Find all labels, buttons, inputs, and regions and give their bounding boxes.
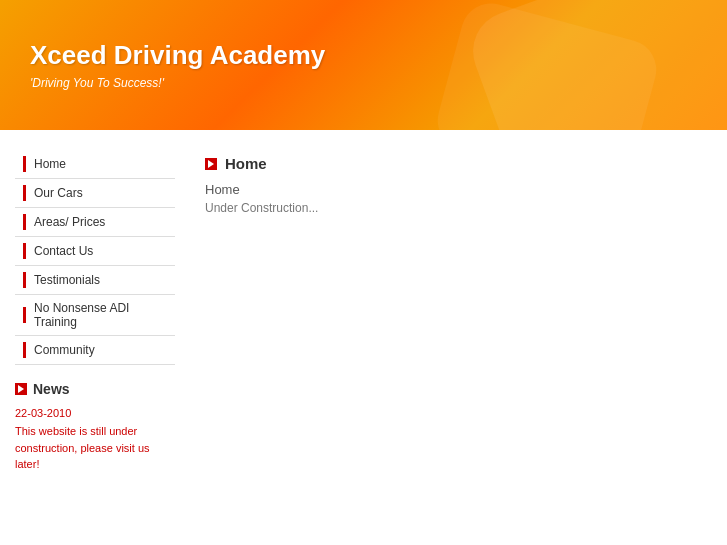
- nav-bar-icon: [23, 272, 26, 288]
- sidebar-item-label: Our Cars: [34, 186, 83, 200]
- sidebar-item-label: Testimonials: [34, 273, 100, 287]
- site-header: Xceed Driving Academy 'Driving You To Su…: [0, 0, 727, 130]
- nav-bar-icon: [23, 185, 26, 201]
- site-title: Xceed Driving Academy: [30, 40, 697, 71]
- nav-bar-icon: [23, 214, 26, 230]
- sidebar-item-label: Contact Us: [34, 244, 93, 258]
- main-content: Home Home Under Construction...: [195, 150, 712, 473]
- sidebar-item-community[interactable]: Community: [15, 336, 175, 365]
- sidebar-item-home[interactable]: Home: [15, 150, 175, 179]
- sidebar-item-contact-us[interactable]: Contact Us: [15, 237, 175, 266]
- main-heading: Home: [205, 155, 702, 172]
- sidebar-item-label: Home: [34, 157, 66, 171]
- sidebar-item-label: Community: [34, 343, 95, 357]
- content-area: Home Our Cars Areas/ Prices Contact Us T…: [0, 130, 727, 493]
- nav-bar-icon: [23, 156, 26, 172]
- nav-bar-icon: [23, 307, 26, 323]
- news-section-heading: News: [15, 381, 175, 397]
- main-body: Under Construction...: [205, 201, 702, 215]
- news-text: This website is still under construction…: [15, 423, 175, 473]
- sidebar-item-testimonials[interactable]: Testimonials: [15, 266, 175, 295]
- site-tagline: 'Driving You To Success!': [30, 76, 697, 90]
- news-date: 22-03-2010: [15, 407, 175, 419]
- main-subtitle: Home: [205, 182, 702, 197]
- sidebar-item-our-cars[interactable]: Our Cars: [15, 179, 175, 208]
- sidebar-item-adi-training[interactable]: No Nonsense ADI Training: [15, 295, 175, 336]
- news-heading-label: News: [33, 381, 70, 397]
- main-section-icon: [205, 158, 217, 170]
- sidebar-item-label: Areas/ Prices: [34, 215, 105, 229]
- sidebar: Home Our Cars Areas/ Prices Contact Us T…: [15, 150, 175, 473]
- nav-bar-icon: [23, 243, 26, 259]
- sidebar-item-label: No Nonsense ADI Training: [34, 301, 167, 329]
- sidebar-item-areas-prices[interactable]: Areas/ Prices: [15, 208, 175, 237]
- nav-bar-icon: [23, 342, 26, 358]
- main-heading-label: Home: [225, 155, 267, 172]
- news-section-icon: [15, 383, 27, 395]
